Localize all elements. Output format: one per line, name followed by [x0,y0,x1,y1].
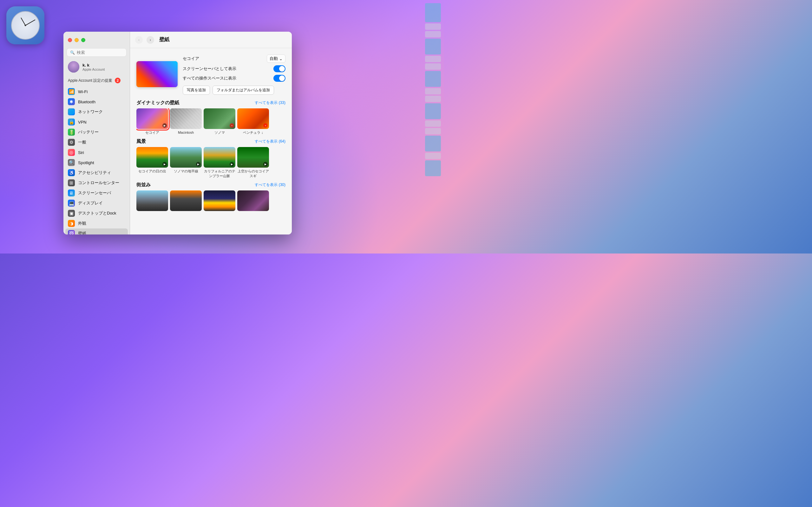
thumb-label-sonoma: ソノマ [214,130,225,135]
sidebar-label-siri: Siri [78,150,84,155]
thumb-item-seq-sunrise: ▶ セコイアの日の出 [136,147,168,178]
thumb-item-sequoia: ▶ セコイア [136,108,168,135]
wallpaper-name-row: セコイア 自動 ⌄ [183,53,286,64]
landscape-section-title: 風景 [136,138,146,145]
display-icon: 💻 [68,200,75,207]
tile-1 [425,3,441,22]
clock-center-dot [25,25,26,26]
sidebar-item-network[interactable]: 🌐 ネットワーク [65,107,128,117]
content-header: ‹ › 壁紙 [130,32,292,48]
sidebar-label-desktop: デスクトップとDock [78,210,116,216]
content-scroll[interactable]: セコイア 自動 ⌄ スクリーンセーバとして表示 すべての操作スペースに表示 [130,48,292,234]
thumb-item-sonoma: × ソノマ [204,108,235,135]
sidebar-item-appearance[interactable]: ◑ 外観 [65,218,128,228]
add-folder-button[interactable]: フォルダまたはアルバムを追加 [212,86,274,95]
city-show-all[interactable]: すべてを表示 (30) [255,182,286,187]
close-button[interactable] [68,38,72,42]
thumb-item-california: ▶ カリフォルニアのテンプラー山脈 [204,147,235,178]
all-spaces-toggle-row: すべての操作スペースに表示 [183,73,286,83]
sidebar-item-wallpaper[interactable]: 🖼 壁紙 [65,228,128,234]
thumb-city2[interactable] [170,190,202,211]
sidebar-item-display[interactable]: 💻 ディスプレイ [65,198,128,208]
sidebar-label-screensaver: スクリーンセーバ [78,190,111,196]
thumb-sequoia[interactable]: ▶ [136,108,168,129]
sidebar-item-wifi[interactable]: 📶 Wi-Fi [65,87,128,97]
maximize-button[interactable] [81,38,85,42]
tile-15 [425,160,441,176]
sidebar-item-siri[interactable]: ◎ Siri [65,147,128,158]
sidebar-label-display: ディスプレイ [78,200,103,206]
thumb-item-city1 [136,190,168,211]
sidebar-label-network: ネットワーク [78,109,103,115]
system-preferences-window: 🔍 k. k Apple Account Apple Account 設定の提案… [63,32,292,234]
back-button[interactable]: ‹ [135,36,143,44]
tile-6 [425,63,441,70]
add-photo-label: 写真を追加 [187,88,206,93]
sidebar-item-desktop-dock[interactable]: ▣ デスクトップとDock [65,208,128,218]
thumb-california[interactable]: ▶ [204,147,235,168]
sidebar-item-battery[interactable]: 🔋 バッテリー [65,127,128,137]
clock-face [11,11,40,40]
landscape-show-all[interactable]: すべてを表示 (64) [255,139,286,144]
add-buttons: 写真を追加 フォルダまたはアルバムを追加 [183,86,286,95]
accessibility-icon: ♿ [68,169,75,176]
thumb-sonoma-horizon[interactable]: ▶ [170,147,202,168]
forward-button[interactable]: › [147,36,154,44]
page-title: 壁紙 [159,37,169,43]
sidebar-item-accessibility[interactable]: ♿ アクセシビリティ [65,168,128,178]
wallpaper-settings: セコイア 自動 ⌄ スクリーンセーバとして表示 すべての操作スペースに表示 [183,53,286,95]
all-spaces-toggle[interactable] [273,75,286,82]
thumb-macintosh[interactable] [170,108,202,129]
video-icon-aerial: ▶ [263,162,268,166]
all-spaces-toggle-label: すべての操作スペースに表示 [183,75,236,81]
dynamic-show-all[interactable]: すべてを表示 (33) [255,100,286,106]
sidebar-label-control: コントロールセンター [78,180,119,186]
dropdown-arrow: ⌄ [279,56,283,61]
thumb-city1[interactable] [136,190,168,211]
sidebar-label-spotlight: Spotlight [78,160,94,165]
sidebar-item-screensaver[interactable]: 🖥 スクリーンセーバ [65,188,128,198]
user-account[interactable]: k. k Apple Account [63,59,130,74]
video-icon-california: ▶ [230,162,234,166]
thumb-item-city3 [204,190,235,211]
add-folder-label: フォルダまたはアルバムを追加 [217,88,270,93]
tile-8 [425,88,441,95]
minimize-button[interactable] [74,38,79,42]
sidebar-label-bluetooth: Bluetooth [78,100,96,104]
user-info: k. k Apple Account [83,63,105,71]
sidebar-item-general[interactable]: ⚙ 一般 [65,137,128,147]
suggestion-text: Apple Account 設定の提案 [68,78,112,83]
thumb-seq-sunrise[interactable]: ▶ [136,147,168,168]
screensaver-toggle[interactable] [273,65,286,72]
thumb-aerial[interactable]: ▶ [237,147,269,168]
thumb-item-aerial: ▶ 上空からのセコイアスギ [237,147,269,178]
sidebar: 🔍 k. k Apple Account Apple Account 設定の提案… [63,32,130,234]
thumb-sonoma[interactable]: × [204,108,235,129]
control-center-icon: ⊞ [68,179,75,186]
tile-9 [425,96,441,102]
forward-icon: › [150,38,151,42]
apple-suggestion[interactable]: Apple Account 設定の提案 2 [63,76,130,84]
thumb-city3[interactable] [204,190,235,211]
dynamic-section-title: ダイナミックの壁紙 [136,100,179,106]
search-bar[interactable]: 🔍 [67,48,126,57]
tile-10 [425,103,441,119]
sidebar-item-bluetooth[interactable]: ✱ Bluetooth [65,97,128,107]
city-thumb-grid [136,190,286,211]
sidebar-item-control-center[interactable]: ⊞ コントロールセンター [65,178,128,188]
current-wallpaper-preview [136,61,177,87]
mode-dropdown[interactable]: 自動 ⌄ [267,55,286,63]
current-wallpaper-section: セコイア 自動 ⌄ スクリーンセーバとして表示 すべての操作スペースに表示 [136,53,286,95]
thumb-item-ventura: × ベンチュラ ↓ [237,108,269,135]
right-dock-tiles [425,0,441,253]
sidebar-item-spotlight[interactable]: 🔍 Spotlight [65,158,128,168]
search-input[interactable] [77,50,123,55]
search-icon: 🔍 [70,50,75,55]
sidebar-label-wallpaper: 壁紙 [78,231,86,234]
thumb-item-city4 [237,190,269,211]
sidebar-item-vpn[interactable]: 🔒 VPN [65,117,128,127]
landscape-thumb-grid: ▶ セコイアの日の出 ▶ ソノマの地平線 ▶ カリフォルニアのテンプラー山脈 [136,147,286,178]
add-photo-button[interactable]: 写真を追加 [183,86,210,95]
thumb-city4[interactable] [237,190,269,211]
thumb-ventura[interactable]: × [237,108,269,129]
